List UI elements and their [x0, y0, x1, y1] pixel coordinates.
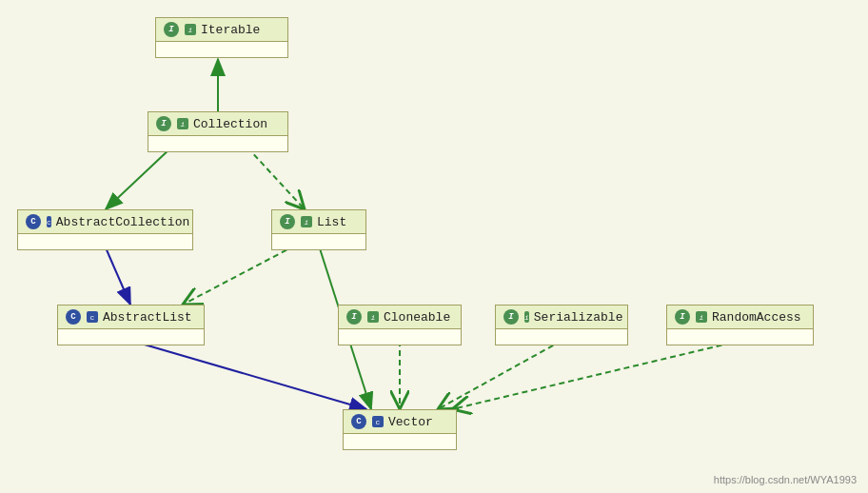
- svg-line-9: [131, 341, 366, 409]
- icon-small-randomaccess: i: [696, 311, 707, 323]
- label-serializable: Serializable: [534, 310, 623, 325]
- diagram-container: I i Iterable I i Collection C c Abstract…: [0, 0, 868, 493]
- label-abstractlist: AbstractList: [103, 310, 192, 325]
- box-list: I i List: [271, 209, 366, 250]
- box-vector: C c Vector: [343, 409, 457, 450]
- icon-class-abstractlist: C: [66, 309, 81, 325]
- icon-small-cloneable: i: [367, 311, 379, 323]
- label-collection: Collection: [193, 117, 267, 131]
- label-abstractcollection: AbstractCollection: [56, 215, 189, 229]
- icon-small-abstractlist: c: [87, 311, 98, 323]
- watermark: https://blog.csdn.net/WYA1993: [714, 474, 857, 485]
- label-iterable: Iterable: [201, 23, 260, 37]
- svg-line-6: [105, 246, 130, 305]
- box-list-header: I i List: [272, 210, 365, 234]
- icon-small-serializable: i: [524, 311, 529, 323]
- box-list-body: [272, 234, 365, 249]
- box-iterable: I i Iterable: [155, 17, 288, 58]
- box-serializable-body: [496, 329, 627, 345]
- box-vector-body: [344, 434, 456, 449]
- label-cloneable: Cloneable: [384, 310, 450, 325]
- box-abstractcollection-body: [18, 234, 192, 249]
- box-abstractlist-body: [58, 329, 204, 345]
- icon-interface-cloneable: I: [346, 309, 362, 325]
- box-abstractlist-header: C c AbstractList: [58, 306, 204, 329]
- box-collection-header: I i Collection: [148, 112, 287, 136]
- icon-interface-randomaccess: I: [675, 309, 690, 325]
- box-abstractcollection: C c AbstractCollection: [17, 209, 193, 250]
- box-serializable: I i Serializable: [495, 305, 628, 345]
- icon-interface-collection: I: [156, 116, 171, 131]
- box-collection-body: [148, 136, 287, 151]
- svg-line-5: [247, 148, 305, 209]
- box-cloneable-header: I i Cloneable: [339, 306, 461, 329]
- box-cloneable: I i Cloneable: [338, 305, 462, 345]
- label-randomaccess: RandomAccess: [712, 310, 801, 325]
- svg-line-11: [438, 341, 562, 409]
- box-iterable-body: [156, 42, 287, 57]
- svg-line-7: [183, 246, 295, 305]
- icon-small-vector: c: [372, 416, 384, 427]
- label-list: List: [317, 215, 346, 229]
- box-iterable-header: I i Iterable: [156, 18, 287, 42]
- box-randomaccess-body: [667, 329, 813, 345]
- box-collection: I i Collection: [148, 111, 288, 152]
- box-randomaccess: I i RandomAccess: [666, 305, 814, 345]
- box-randomaccess-header: I i RandomAccess: [667, 306, 813, 329]
- icon-interface-serializable: I: [503, 309, 519, 325]
- label-vector: Vector: [388, 415, 433, 429]
- icon-small-iterable: i: [185, 24, 196, 35]
- svg-line-12: [452, 341, 740, 409]
- box-abstractlist: C c AbstractList: [57, 305, 205, 345]
- box-serializable-header: I i Serializable: [496, 306, 627, 329]
- icon-small-abstractcollection: c: [47, 216, 51, 227]
- icon-small-list: i: [301, 216, 312, 227]
- icon-interface-list: I: [280, 214, 295, 229]
- box-vector-header: C c Vector: [344, 410, 456, 434]
- icon-small-collection: i: [177, 118, 188, 129]
- icon-interface-iterable: I: [164, 22, 179, 37]
- box-cloneable-body: [339, 329, 461, 345]
- svg-line-4: [106, 148, 171, 209]
- icon-class-vector: C: [351, 414, 366, 429]
- icon-class-abstractcollection: C: [26, 214, 41, 229]
- box-abstractcollection-header: C c AbstractCollection: [18, 210, 192, 234]
